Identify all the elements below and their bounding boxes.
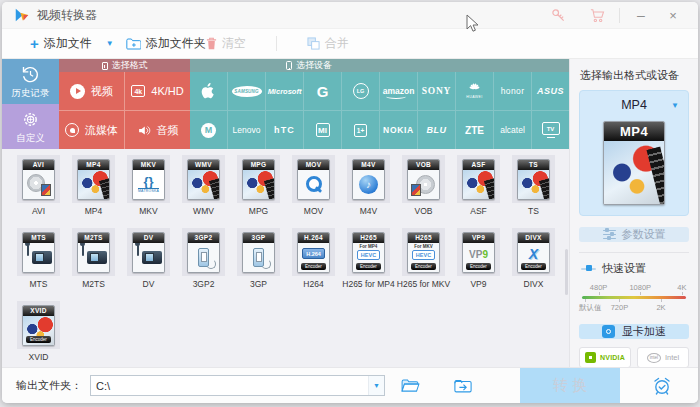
- nvidia-label: NVIDIA: [600, 354, 625, 361]
- device-tile-google[interactable]: G: [304, 72, 341, 110]
- convert-button[interactable]: 转换: [520, 368, 620, 404]
- device-tile-oneplus[interactable]: 1+: [342, 111, 379, 149]
- device-tile-zte[interactable]: ZTE: [456, 111, 493, 149]
- device-tile-sony[interactable]: SONY: [418, 72, 455, 110]
- selection-strip: 历史记录 自定义 选择格式: [2, 59, 569, 149]
- device-tile-samsung[interactable]: SAMSUNG: [228, 72, 265, 110]
- device-grid-row: SAMSUNGMicrosoftGLGamazonSONYHUAWEIhonor…: [190, 72, 569, 110]
- nvidia-badge[interactable]: NVIDIA: [579, 347, 631, 368]
- format-item-label: H265 for MP4: [342, 279, 394, 289]
- format-item-m4v[interactable]: M4V♪M4V: [347, 155, 390, 216]
- format-item-label: VOB: [415, 206, 433, 216]
- format-grid: AVIAVIMP4MP4MKV{}matroskaMKVWMVWMVMPGMPG…: [2, 149, 569, 367]
- app-title: 视频转换器: [37, 7, 97, 24]
- output-path-input[interactable]: [91, 376, 368, 395]
- selected-format-thumbnail: MP4: [603, 121, 665, 205]
- format-item-label: DV: [143, 279, 155, 289]
- toolbar-separator: [276, 36, 277, 51]
- format-item-vob[interactable]: VOBVOB: [402, 155, 445, 216]
- chevron-down-icon: ▼: [671, 101, 679, 110]
- format-tile-video[interactable]: 视频: [59, 72, 124, 110]
- format-item-mp4[interactable]: MP4MP4: [72, 155, 115, 216]
- speaker-icon: [137, 124, 151, 137]
- output-panel-title: 选择输出格式或设备: [580, 68, 689, 83]
- device-tile-mi[interactable]: MI: [304, 111, 341, 149]
- format-item-label: VP9: [470, 279, 486, 289]
- close-button[interactable]: ×: [660, 5, 686, 25]
- plus-icon: +: [30, 38, 39, 50]
- device-tile-nokia[interactable]: NOKIA: [380, 111, 417, 149]
- device-tile-lg[interactable]: LG: [342, 72, 379, 110]
- format-item-ts[interactable]: TSTS: [512, 155, 555, 216]
- format-item-avi[interactable]: AVIAVI: [17, 155, 60, 216]
- sidebar-item-history[interactable]: 历史记录: [2, 59, 59, 104]
- merge-icon: [307, 37, 320, 50]
- history-label: 历史记录: [12, 87, 50, 100]
- format-item-label: AVI: [32, 206, 45, 216]
- format-item-mpg[interactable]: MPGMPG: [237, 155, 280, 216]
- device-tile-asus[interactable]: ASUS: [532, 72, 569, 110]
- format-tile-audio[interactable]: 音频: [125, 111, 190, 149]
- format-item-m2ts[interactable]: M2TSM2TS: [72, 228, 115, 289]
- format-tile-stream[interactable]: 流媒体: [59, 111, 124, 149]
- browse-folder-button[interactable]: [401, 379, 420, 393]
- output-path-combobox[interactable]: ▼: [90, 375, 385, 396]
- format-item-xvid[interactable]: XVIDEncoderXVID: [17, 301, 60, 362]
- format-item-mts[interactable]: MTSMTS: [17, 228, 60, 289]
- register-key-icon[interactable]: [545, 5, 571, 25]
- device-tile-htc[interactable]: hTC: [266, 111, 303, 149]
- format-item-vp9[interactable]: VP9VP9EncoderVP9: [457, 228, 500, 289]
- combo-caret-icon[interactable]: ▼: [368, 376, 384, 395]
- scrollbar-thumb[interactable]: [565, 249, 568, 295]
- format-item-label: 3GP2: [193, 279, 215, 289]
- format-item-wmv[interactable]: WMVWMV: [182, 155, 225, 216]
- intel-badge[interactable]: intel Intel: [637, 347, 689, 368]
- quality-slider[interactable]: 480P 1080P 4K 默认值 720P 2K: [582, 283, 686, 312]
- format-item-label: TS: [528, 206, 539, 216]
- parameter-settings-button[interactable]: 参数设置: [579, 227, 689, 242]
- format-item-mkv[interactable]: MKV{}matroskaMKV: [127, 155, 170, 216]
- minimize-button[interactable]: –: [628, 5, 654, 25]
- output-format-dropdown[interactable]: MP4 ▼: [586, 98, 682, 112]
- add-file-button[interactable]: + 添加文件: [30, 35, 92, 52]
- gpu-icon: [602, 325, 615, 338]
- device-tile-honor[interactable]: honor: [494, 72, 531, 110]
- sidebar-item-custom[interactable]: 自定义: [2, 104, 59, 149]
- format-item-mov[interactable]: MOVMOV: [292, 155, 335, 216]
- device-tile-tv[interactable]: TV: [532, 111, 569, 149]
- device-tile-lenovo[interactable]: Lenovo: [228, 111, 265, 149]
- device-tile-apple[interactable]: [190, 72, 227, 110]
- nvidia-logo-icon: [585, 352, 596, 363]
- app-logo-icon: [14, 8, 30, 22]
- parameter-settings-label: 参数设置: [622, 227, 666, 242]
- format-item-h264[interactable]: H.264H.264EncoderH264: [292, 228, 335, 289]
- output-format-card[interactable]: MP4 ▼ MP4: [579, 90, 689, 216]
- device-tile-microsoft[interactable]: Microsoft: [266, 72, 303, 110]
- format-item-h265-for-mp4[interactable]: H265For MP4HEVCEncoderH265 for MP4: [347, 228, 390, 289]
- titlebar-separator: [619, 8, 620, 23]
- add-folder-button[interactable]: 添加文件夹: [126, 35, 206, 52]
- cart-icon[interactable]: [585, 5, 611, 25]
- output-panel: 选择输出格式或设备 MP4 ▼ MP4 参数设置 快速设置: [569, 59, 698, 367]
- format-item-3gp2[interactable]: 3GP23GP2: [182, 228, 225, 289]
- format-item-asf[interactable]: ASFASF: [457, 155, 500, 216]
- device-tile-huawei[interactable]: HUAWEI: [456, 72, 493, 110]
- merge-button[interactable]: 合并: [307, 35, 349, 52]
- app-window: 视频转换器 – × + 添加文件 ▼ 添加文件夹: [2, 2, 698, 403]
- device-tile-motorola[interactable]: M: [190, 111, 227, 149]
- alarm-clock-icon[interactable]: [652, 376, 672, 396]
- device-tile-alcatel[interactable]: alcatel: [494, 111, 531, 149]
- format-item-divx[interactable]: DIVXXEncoderDIVX: [512, 228, 555, 289]
- format-item-h265-for-mkv[interactable]: H265For MKVHEVCEncoderH265 for MKV: [402, 228, 445, 289]
- format-tile-4k-hd[interactable]: 4k 4K/HD: [125, 72, 190, 110]
- device-tile-amazon[interactable]: amazon: [380, 72, 417, 110]
- format-item-label: MPG: [249, 206, 268, 216]
- open-output-folder-button[interactable]: [454, 379, 472, 393]
- gpu-acceleration-button[interactable]: 显卡加速: [579, 324, 689, 339]
- format-item-3gp[interactable]: 3GP3GP: [237, 228, 280, 289]
- device-tile-blu[interactable]: BLU: [418, 111, 455, 149]
- format-item-dv[interactable]: DVDV: [127, 228, 170, 289]
- history-icon: [20, 64, 41, 85]
- add-file-dropdown-caret-icon[interactable]: ▼: [106, 39, 114, 48]
- clear-button[interactable]: 清空: [206, 35, 246, 52]
